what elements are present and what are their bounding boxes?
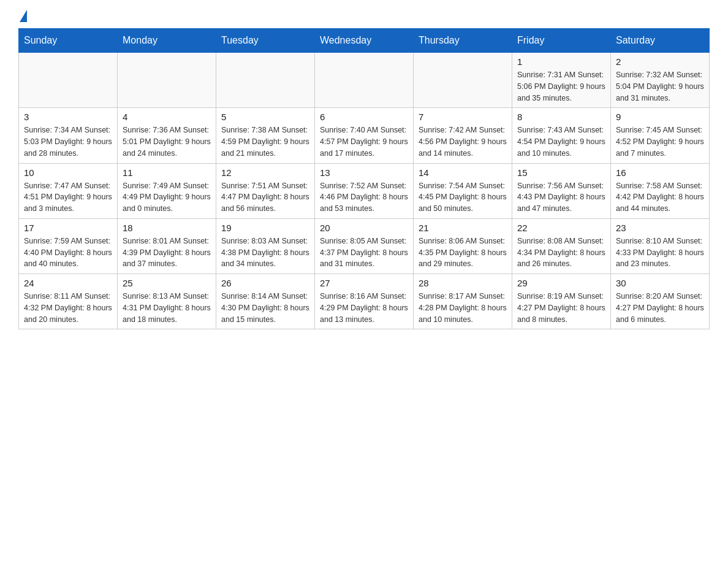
logo-triangle-icon [20, 10, 27, 22]
day-info: Sunrise: 8:06 AM Sunset: 4:35 PM Dayligh… [419, 236, 507, 270]
day-info: Sunrise: 7:49 AM Sunset: 4:49 PM Dayligh… [123, 180, 211, 215]
calendar-cell: 5Sunrise: 7:38 AM Sunset: 4:59 PM Daylig… [216, 108, 315, 163]
day-number: 8 [517, 112, 605, 122]
day-info: Sunrise: 7:31 AM Sunset: 5:06 PM Dayligh… [517, 69, 605, 104]
calendar-cell: 22Sunrise: 8:08 AM Sunset: 4:34 PM Dayli… [512, 218, 611, 274]
calendar-cell [315, 53, 414, 108]
calendar-cell: 24Sunrise: 8:11 AM Sunset: 4:32 PM Dayli… [19, 274, 118, 329]
day-info: Sunrise: 7:42 AM Sunset: 4:56 PM Dayligh… [419, 124, 507, 159]
day-number: 6 [320, 112, 408, 122]
day-of-week-header: Wednesday [315, 29, 414, 53]
day-of-week-header: Friday [512, 29, 611, 53]
calendar-cell: 2Sunrise: 7:32 AM Sunset: 5:04 PM Daylig… [611, 53, 710, 108]
day-number: 28 [419, 278, 507, 288]
day-number: 17 [24, 223, 112, 233]
calendar-week-row: 10Sunrise: 7:47 AM Sunset: 4:51 PM Dayli… [19, 163, 710, 218]
day-info: Sunrise: 7:40 AM Sunset: 4:57 PM Dayligh… [320, 124, 408, 159]
calendar-cell: 18Sunrise: 8:01 AM Sunset: 4:39 PM Dayli… [118, 218, 216, 274]
day-number: 2 [616, 56, 704, 67]
calendar-cell [118, 53, 216, 108]
day-of-week-header: Saturday [611, 29, 710, 53]
calendar-cell [19, 53, 118, 108]
page-header [18, 12, 710, 22]
calendar-cell: 4Sunrise: 7:36 AM Sunset: 5:01 PM Daylig… [118, 108, 216, 163]
calendar-cell: 12Sunrise: 7:51 AM Sunset: 4:47 PM Dayli… [216, 163, 315, 218]
calendar-cell: 21Sunrise: 8:06 AM Sunset: 4:35 PM Dayli… [414, 218, 512, 274]
calendar-cell: 25Sunrise: 8:13 AM Sunset: 4:31 PM Dayli… [118, 274, 216, 329]
day-number: 21 [419, 223, 507, 233]
day-number: 4 [123, 112, 211, 122]
calendar-cell [216, 53, 315, 108]
calendar-cell: 6Sunrise: 7:40 AM Sunset: 4:57 PM Daylig… [315, 108, 414, 163]
day-number: 15 [517, 167, 605, 178]
day-info: Sunrise: 8:19 AM Sunset: 4:27 PM Dayligh… [517, 291, 605, 325]
calendar-header-row: SundayMondayTuesdayWednesdayThursdayFrid… [19, 29, 710, 53]
calendar-cell: 28Sunrise: 8:17 AM Sunset: 4:28 PM Dayli… [414, 274, 512, 329]
day-info: Sunrise: 7:32 AM Sunset: 5:04 PM Dayligh… [616, 69, 704, 104]
day-number: 1 [517, 56, 605, 67]
day-info: Sunrise: 7:58 AM Sunset: 4:42 PM Dayligh… [616, 180, 704, 215]
day-info: Sunrise: 8:05 AM Sunset: 4:37 PM Dayligh… [320, 236, 408, 270]
day-number: 19 [221, 223, 309, 233]
day-number: 27 [320, 278, 408, 288]
day-info: Sunrise: 7:36 AM Sunset: 5:01 PM Dayligh… [123, 124, 211, 159]
day-number: 22 [517, 223, 605, 233]
calendar-cell: 13Sunrise: 7:52 AM Sunset: 4:46 PM Dayli… [315, 163, 414, 218]
calendar-week-row: 3Sunrise: 7:34 AM Sunset: 5:03 PM Daylig… [19, 108, 710, 163]
calendar-cell: 7Sunrise: 7:42 AM Sunset: 4:56 PM Daylig… [414, 108, 512, 163]
calendar-cell: 26Sunrise: 8:14 AM Sunset: 4:30 PM Dayli… [216, 274, 315, 329]
day-number: 24 [24, 278, 112, 288]
day-info: Sunrise: 7:34 AM Sunset: 5:03 PM Dayligh… [24, 124, 112, 159]
day-info: Sunrise: 8:11 AM Sunset: 4:32 PM Dayligh… [24, 291, 112, 325]
calendar-cell: 17Sunrise: 7:59 AM Sunset: 4:40 PM Dayli… [19, 218, 118, 274]
day-info: Sunrise: 8:20 AM Sunset: 4:27 PM Dayligh… [616, 291, 704, 325]
day-info: Sunrise: 7:52 AM Sunset: 4:46 PM Dayligh… [320, 180, 408, 215]
logo [18, 12, 27, 22]
day-number: 16 [616, 167, 704, 178]
day-info: Sunrise: 7:51 AM Sunset: 4:47 PM Dayligh… [221, 180, 309, 215]
day-info: Sunrise: 8:13 AM Sunset: 4:31 PM Dayligh… [123, 291, 211, 325]
day-info: Sunrise: 8:14 AM Sunset: 4:30 PM Dayligh… [221, 291, 309, 325]
day-number: 5 [221, 112, 309, 122]
day-info: Sunrise: 7:43 AM Sunset: 4:54 PM Dayligh… [517, 124, 605, 159]
day-number: 9 [616, 112, 704, 122]
calendar-cell: 27Sunrise: 8:16 AM Sunset: 4:29 PM Dayli… [315, 274, 414, 329]
calendar-cell: 11Sunrise: 7:49 AM Sunset: 4:49 PM Dayli… [118, 163, 216, 218]
day-info: Sunrise: 8:08 AM Sunset: 4:34 PM Dayligh… [517, 236, 605, 270]
day-info: Sunrise: 7:56 AM Sunset: 4:43 PM Dayligh… [517, 180, 605, 215]
day-info: Sunrise: 7:47 AM Sunset: 4:51 PM Dayligh… [24, 180, 112, 215]
day-of-week-header: Sunday [19, 29, 118, 53]
day-number: 10 [24, 167, 112, 178]
day-number: 20 [320, 223, 408, 233]
day-of-week-header: Thursday [414, 29, 512, 53]
calendar-cell: 9Sunrise: 7:45 AM Sunset: 4:52 PM Daylig… [611, 108, 710, 163]
calendar-cell: 16Sunrise: 7:58 AM Sunset: 4:42 PM Dayli… [611, 163, 710, 218]
calendar-week-row: 24Sunrise: 8:11 AM Sunset: 4:32 PM Dayli… [19, 274, 710, 329]
day-number: 7 [419, 112, 507, 122]
day-number: 18 [123, 223, 211, 233]
day-info: Sunrise: 8:17 AM Sunset: 4:28 PM Dayligh… [419, 291, 507, 325]
calendar-cell: 30Sunrise: 8:20 AM Sunset: 4:27 PM Dayli… [611, 274, 710, 329]
day-info: Sunrise: 7:38 AM Sunset: 4:59 PM Dayligh… [221, 124, 309, 159]
calendar-cell: 14Sunrise: 7:54 AM Sunset: 4:45 PM Dayli… [414, 163, 512, 218]
day-number: 30 [616, 278, 704, 288]
calendar-week-row: 17Sunrise: 7:59 AM Sunset: 4:40 PM Dayli… [19, 218, 710, 274]
day-info: Sunrise: 7:54 AM Sunset: 4:45 PM Dayligh… [419, 180, 507, 215]
day-number: 14 [419, 167, 507, 178]
calendar-cell: 15Sunrise: 7:56 AM Sunset: 4:43 PM Dayli… [512, 163, 611, 218]
calendar-cell: 29Sunrise: 8:19 AM Sunset: 4:27 PM Dayli… [512, 274, 611, 329]
day-number: 12 [221, 167, 309, 178]
day-of-week-header: Monday [118, 29, 216, 53]
day-info: Sunrise: 7:45 AM Sunset: 4:52 PM Dayligh… [616, 124, 704, 159]
day-of-week-header: Tuesday [216, 29, 315, 53]
day-info: Sunrise: 8:01 AM Sunset: 4:39 PM Dayligh… [123, 236, 211, 270]
calendar-cell: 3Sunrise: 7:34 AM Sunset: 5:03 PM Daylig… [19, 108, 118, 163]
day-info: Sunrise: 7:59 AM Sunset: 4:40 PM Dayligh… [24, 236, 112, 270]
calendar-cell: 10Sunrise: 7:47 AM Sunset: 4:51 PM Dayli… [19, 163, 118, 218]
calendar-cell: 8Sunrise: 7:43 AM Sunset: 4:54 PM Daylig… [512, 108, 611, 163]
calendar-cell: 23Sunrise: 8:10 AM Sunset: 4:33 PM Dayli… [611, 218, 710, 274]
day-number: 11 [123, 167, 211, 178]
calendar-week-row: 1Sunrise: 7:31 AM Sunset: 5:06 PM Daylig… [19, 53, 710, 108]
calendar-cell [414, 53, 512, 108]
day-info: Sunrise: 8:16 AM Sunset: 4:29 PM Dayligh… [320, 291, 408, 325]
